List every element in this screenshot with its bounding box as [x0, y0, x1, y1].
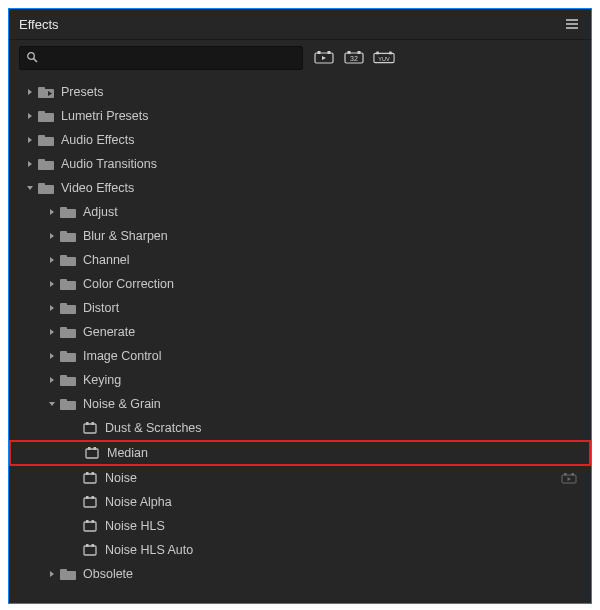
search-input-wrap[interactable] [19, 46, 303, 70]
svg-rect-74 [86, 496, 89, 499]
tree-item-color-correction[interactable]: Color Correction [9, 272, 591, 296]
svg-line-4 [34, 58, 37, 61]
tree-item-obsolete[interactable]: Obsolete [9, 562, 591, 586]
effect-noise-hls[interactable]: Noise HLS [9, 514, 591, 538]
svg-rect-23 [38, 111, 45, 114]
tree-item-keying[interactable]: Keying [9, 368, 591, 392]
tree-item-distort[interactable]: Distort [9, 296, 591, 320]
chevron-right-icon[interactable] [45, 280, 59, 288]
svg-marker-57 [49, 402, 55, 406]
effect-noise[interactable]: Noise [9, 466, 591, 490]
svg-rect-78 [92, 520, 95, 523]
effect-noise-hls-auto[interactable]: Noise HLS Auto [9, 538, 591, 562]
tree-label: Noise & Grain [83, 397, 161, 411]
svg-rect-83 [60, 571, 76, 580]
svg-marker-17 [28, 89, 32, 95]
folder-icon [37, 109, 55, 123]
svg-rect-50 [60, 327, 67, 330]
svg-rect-79 [84, 546, 96, 555]
svg-rect-10 [348, 51, 351, 54]
tree-item-image-control[interactable]: Image Control [9, 344, 591, 368]
chevron-right-icon[interactable] [45, 352, 59, 360]
filter-toggles: 32 YUV [313, 49, 395, 67]
effect-median[interactable]: Median [9, 440, 591, 466]
svg-rect-49 [60, 329, 76, 338]
folder-icon [59, 229, 77, 243]
svg-point-3 [28, 52, 35, 59]
svg-rect-66 [84, 474, 96, 483]
chevron-right-icon[interactable] [45, 304, 59, 312]
search-input[interactable] [42, 50, 296, 66]
tree-item-video-effects[interactable]: Video Effects [9, 176, 591, 200]
chevron-right-icon[interactable] [23, 160, 37, 168]
tree-item-noise-grain[interactable]: Noise & Grain [9, 392, 591, 416]
svg-rect-73 [84, 498, 96, 507]
tree-item-blur-sharpen[interactable]: Blur & Sharpen [9, 224, 591, 248]
tree-item-generate[interactable]: Generate [9, 320, 591, 344]
svg-rect-56 [60, 375, 67, 378]
tree-label: Noise HLS [105, 519, 165, 533]
tree-label: Noise [105, 471, 137, 485]
svg-rect-35 [60, 207, 67, 210]
chevron-right-icon[interactable] [45, 232, 59, 240]
folder-icon [59, 325, 77, 339]
chevron-right-icon[interactable] [23, 88, 37, 96]
tree-item-presets[interactable]: Presets [9, 80, 591, 104]
effect-icon [81, 495, 99, 509]
svg-marker-51 [50, 353, 54, 359]
svg-rect-55 [60, 377, 76, 386]
svg-marker-30 [27, 186, 33, 190]
svg-rect-41 [60, 255, 67, 258]
svg-marker-39 [50, 257, 54, 263]
effect-icon [81, 471, 99, 485]
effect-noise-alpha[interactable]: Noise Alpha [9, 490, 591, 514]
svg-rect-67 [86, 472, 89, 475]
svg-rect-40 [60, 257, 76, 266]
tree-label: Keying [83, 373, 121, 387]
chevron-right-icon[interactable] [45, 208, 59, 216]
svg-rect-77 [86, 520, 89, 523]
panel-title: Effects [19, 17, 59, 32]
chevron-right-icon[interactable] [45, 328, 59, 336]
svg-rect-47 [60, 303, 67, 306]
yuv-toggle[interactable]: YUV [373, 49, 395, 67]
search-icon [26, 51, 38, 66]
svg-rect-44 [60, 279, 67, 282]
folder-icon [59, 349, 77, 363]
chevron-right-icon[interactable] [23, 136, 37, 144]
tree-item-channel[interactable]: Channel [9, 248, 591, 272]
tree-label: Channel [83, 253, 130, 267]
folder-icon [59, 567, 77, 581]
chevron-right-icon[interactable] [45, 256, 59, 264]
effect-icon [83, 446, 101, 460]
svg-marker-42 [50, 281, 54, 287]
effect-icon [81, 519, 99, 533]
folder-icon [59, 253, 77, 267]
svg-rect-46 [60, 305, 76, 314]
effect-dust-scratches[interactable]: Dust & Scratches [9, 416, 591, 440]
chevron-down-icon[interactable] [23, 184, 37, 192]
svg-rect-60 [84, 424, 96, 433]
32bit-toggle[interactable]: 32 [343, 49, 365, 67]
svg-rect-62 [92, 422, 95, 425]
panel-menu-icon[interactable] [563, 18, 581, 30]
tree-label: Image Control [83, 349, 162, 363]
tree-item-audio-transitions[interactable]: Audio Transitions [9, 152, 591, 176]
effects-panel: Effects 32 YUV [8, 8, 592, 604]
accelerated-effects-toggle[interactable] [313, 49, 335, 67]
chevron-down-icon[interactable] [45, 400, 59, 408]
tree-item-lumetri-presets[interactable]: Lumetri Presets [9, 104, 591, 128]
svg-rect-14 [376, 52, 379, 55]
panel-toolbar: 32 YUV [9, 40, 591, 78]
chevron-right-icon[interactable] [23, 112, 37, 120]
svg-rect-63 [86, 449, 98, 458]
tree-label: Color Correction [83, 277, 174, 291]
svg-rect-19 [38, 87, 45, 90]
tree-label: Lumetri Presets [61, 109, 149, 123]
chevron-right-icon[interactable] [45, 376, 59, 384]
tree-item-audio-effects[interactable]: Audio Effects [9, 128, 591, 152]
chevron-right-icon[interactable] [45, 570, 59, 578]
svg-rect-37 [60, 233, 76, 242]
svg-rect-68 [92, 472, 95, 475]
tree-item-adjust[interactable]: Adjust [9, 200, 591, 224]
